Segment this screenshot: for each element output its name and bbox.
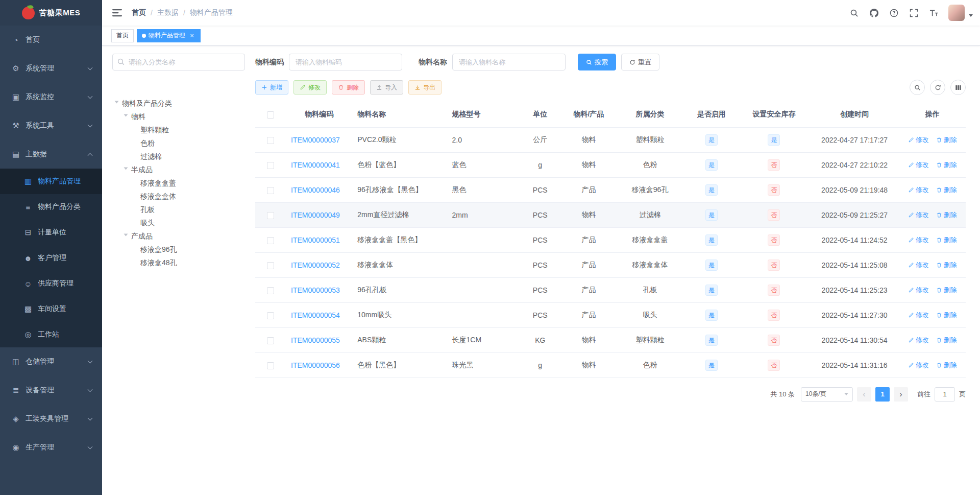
tree-node[interactable]: 半成品 xyxy=(112,163,245,177)
sidebar-item-warehouse-mgmt[interactable]: ◫仓储管理 xyxy=(0,347,102,376)
close-icon[interactable]: × xyxy=(188,32,195,39)
tree-node[interactable]: 物料及产品分类 xyxy=(112,97,245,110)
row-edit-link[interactable]: 修改 xyxy=(908,361,929,370)
tree-node[interactable]: 孔板 xyxy=(112,203,245,217)
cell-item-code[interactable]: ITEM00000041 xyxy=(286,152,352,177)
tree-node[interactable]: 色粉 xyxy=(112,137,245,150)
row-checkbox[interactable] xyxy=(267,187,274,194)
tree-node[interactable]: 过滤棉 xyxy=(112,150,245,163)
row-delete-link[interactable]: 删除 xyxy=(936,160,957,170)
cell-item-code[interactable]: ITEM00000046 xyxy=(286,177,352,202)
name-filter-input[interactable] xyxy=(452,54,566,70)
cell-item-code[interactable]: ITEM00000051 xyxy=(286,227,352,252)
fullscreen-icon[interactable] xyxy=(909,8,919,18)
caret-expanded-icon[interactable] xyxy=(115,101,119,106)
cell-item-code[interactable]: ITEM00000053 xyxy=(286,277,352,302)
tree-node[interactable]: 产成品 xyxy=(112,230,245,243)
row-checkbox[interactable] xyxy=(267,237,274,244)
row-checkbox[interactable] xyxy=(267,312,274,319)
cell-item-code[interactable]: ITEM00000054 xyxy=(286,302,352,327)
tree-node[interactable]: 移液盒盒体 xyxy=(112,190,245,203)
tree-node[interactable]: 移液盒48孔 xyxy=(112,256,245,270)
category-search-input[interactable] xyxy=(112,54,245,70)
row-edit-link[interactable]: 修改 xyxy=(908,286,929,295)
sidebar-item-material-product-category[interactable]: ≡物料产品分类 xyxy=(0,194,102,220)
row-checkbox[interactable] xyxy=(267,212,274,219)
tree-node[interactable]: 物料 xyxy=(112,110,245,124)
tab-home[interactable]: 首页 xyxy=(111,29,134,42)
import-button[interactable]: 导入 xyxy=(370,80,403,95)
sidebar-item-fixture-mgmt[interactable]: ◈工装夹具管理 xyxy=(0,405,102,433)
row-edit-link[interactable]: 修改 xyxy=(908,135,929,145)
hamburger-icon[interactable] xyxy=(111,8,122,18)
reset-button[interactable]: 重置 xyxy=(621,54,659,70)
tab-material-product-mgmt[interactable]: 物料产品管理 × xyxy=(137,29,201,42)
row-delete-link[interactable]: 删除 xyxy=(936,311,957,320)
avatar[interactable] xyxy=(948,5,965,21)
search-button[interactable]: 搜索 xyxy=(578,54,616,70)
row-edit-link[interactable]: 修改 xyxy=(908,336,929,345)
row-edit-link[interactable]: 修改 xyxy=(908,160,929,170)
font-size-icon[interactable] xyxy=(928,8,939,18)
cell-item-code[interactable]: ITEM00000052 xyxy=(286,252,352,277)
row-delete-link[interactable]: 删除 xyxy=(936,185,957,195)
row-delete-link[interactable]: 删除 xyxy=(936,261,957,270)
refresh-button[interactable] xyxy=(930,80,945,95)
sidebar-item-home[interactable]: ◔首页 xyxy=(0,26,102,54)
cell-item-code[interactable]: ITEM00000055 xyxy=(286,327,352,352)
tree-node[interactable]: 移液盒96孔 xyxy=(112,243,245,256)
row-edit-link[interactable]: 修改 xyxy=(908,261,929,270)
edit-button[interactable]: 修改 xyxy=(293,80,327,95)
tree-node[interactable]: 移液盒盒盖 xyxy=(112,177,245,190)
sidebar-item-supplier-mgmt[interactable]: ☺供应商管理 xyxy=(0,271,102,296)
code-filter-input[interactable] xyxy=(289,54,402,70)
sidebar-item-measure-unit[interactable]: ⊟计量单位 xyxy=(0,220,102,245)
caret-expanded-icon[interactable] xyxy=(124,114,128,119)
sidebar-item-system-monitor[interactable]: ▣系统监控 xyxy=(0,83,102,111)
sidebar-item-system-admin[interactable]: ⚙系统管理 xyxy=(0,54,102,83)
row-delete-link[interactable]: 删除 xyxy=(936,135,957,145)
sidebar-item-system-tools[interactable]: ⚒系统工具 xyxy=(0,111,102,140)
page-size-select[interactable]: 10条/页 xyxy=(801,387,853,402)
cell-item-code[interactable]: ITEM00000056 xyxy=(286,352,352,378)
row-delete-link[interactable]: 删除 xyxy=(936,235,957,245)
app-logo[interactable]: 苦糖果MES xyxy=(0,0,102,26)
row-edit-link[interactable]: 修改 xyxy=(908,311,929,320)
sidebar-item-customer-mgmt[interactable]: ☻客户管理 xyxy=(0,245,102,271)
row-delete-link[interactable]: 删除 xyxy=(936,286,957,295)
export-button[interactable]: 导出 xyxy=(408,80,442,95)
delete-button[interactable]: 删除 xyxy=(332,80,365,95)
tree-node[interactable]: 吸头 xyxy=(112,217,245,230)
select-all-checkbox[interactable] xyxy=(267,111,274,119)
search-icon[interactable] xyxy=(849,8,859,18)
row-delete-link[interactable]: 删除 xyxy=(936,210,957,220)
github-icon[interactable] xyxy=(869,8,879,18)
caret-down-icon[interactable] xyxy=(969,14,973,19)
next-page-button[interactable]: › xyxy=(894,387,908,402)
page-1-button[interactable]: 1 xyxy=(875,387,890,402)
sidebar-item-master-data[interactable]: ▤主数据 xyxy=(0,140,102,169)
sidebar-item-workshop-settings[interactable]: ▩车间设置 xyxy=(0,296,102,322)
add-button[interactable]: 新增 xyxy=(255,80,288,95)
caret-expanded-icon[interactable] xyxy=(124,234,128,239)
goto-page-input[interactable] xyxy=(935,387,955,402)
row-edit-link[interactable]: 修改 xyxy=(908,185,929,195)
breadcrumb-home[interactable]: 首页 xyxy=(132,8,146,17)
sidebar-item-equipment-mgmt[interactable]: ≣设备管理 xyxy=(0,376,102,405)
sidebar-item-workstation[interactable]: ◎工作站 xyxy=(0,322,102,347)
row-delete-link[interactable]: 删除 xyxy=(936,336,957,345)
sidebar-item-material-product-mgmt[interactable]: ▥物料产品管理 xyxy=(0,169,102,194)
breadcrumb-master-data[interactable]: 主数据 xyxy=(157,8,179,17)
column-settings-button[interactable] xyxy=(950,80,966,95)
caret-expanded-icon[interactable] xyxy=(124,168,128,172)
tree-node[interactable]: 塑料颗粒 xyxy=(112,124,245,137)
row-checkbox[interactable] xyxy=(267,287,274,294)
row-delete-link[interactable]: 删除 xyxy=(936,361,957,370)
row-edit-link[interactable]: 修改 xyxy=(908,235,929,245)
row-checkbox[interactable] xyxy=(267,262,274,269)
row-checkbox[interactable] xyxy=(267,337,274,344)
cell-item-code[interactable]: ITEM00000037 xyxy=(286,127,352,152)
toggle-search-button[interactable] xyxy=(910,80,925,95)
cell-item-code[interactable]: ITEM00000049 xyxy=(286,202,352,227)
row-edit-link[interactable]: 修改 xyxy=(908,210,929,220)
